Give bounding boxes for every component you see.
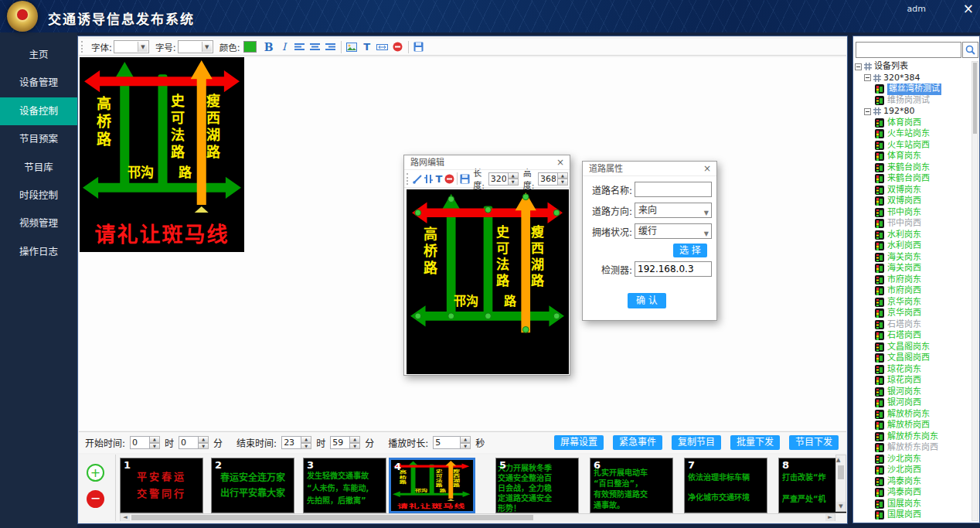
spin-down-icon[interactable]: ▼ (301, 443, 311, 450)
tree-device-row[interactable]: 来鹤台岗东 (855, 162, 971, 174)
tree-device-row[interactable]: 来鹤台岗西 (855, 173, 971, 185)
tree-device-row[interactable]: 解放桥东岗西 (855, 442, 971, 454)
delete-stop-icon[interactable] (390, 40, 406, 54)
editor-canvas[interactable]: 高桥路 史可法路 瘦西湖路 邗沟 路 (407, 189, 569, 374)
tree-device-row[interactable]: 解放桥东岗东 (855, 431, 971, 443)
collapse-icon[interactable] (864, 108, 871, 115)
tree-device-row[interactable]: 海关岗东 (855, 252, 971, 264)
tree-device-row[interactable]: 双博岗西 (855, 196, 971, 207)
scrollbar-thumb[interactable] (838, 465, 844, 479)
tree-device-row[interactable]: 鸿泰岗东 (855, 476, 971, 488)
height-down-icon[interactable]: ▼ (558, 179, 568, 186)
spin-up-icon[interactable]: ▲ (350, 436, 360, 443)
sidebar-item-device-control[interactable]: 设备控制 (0, 97, 77, 125)
italic-icon[interactable]: I (277, 40, 292, 54)
thumbnail-5[interactable]: 5 大力开展秋冬季 交通安全整治百 日会战，全力稳 定道路交通安全 形势！ (495, 458, 579, 513)
tree-device-row[interactable]: 石塔岗东 (855, 319, 971, 331)
tree-device-row[interactable]: 京华岗西 (855, 308, 971, 319)
thumbnail-vertical-scrollbar[interactable]: ▲ ▼ (835, 455, 846, 512)
tree-device-row[interactable]: 鸿泰岗西 (855, 487, 971, 499)
select-detector-button[interactable]: 选 择 (673, 244, 707, 257)
tree-group-row[interactable]: 320*384 (855, 73, 971, 84)
tree-device-row[interactable]: 解放桥岗东 (855, 409, 971, 421)
tree-root-row[interactable]: 设备列表 (855, 61, 971, 73)
emergency-event-button[interactable]: 紧急事件 (613, 435, 662, 450)
tree-device-row[interactable]: 石塔岗西 (855, 330, 971, 342)
thumbnail-3[interactable]: 3 发生轻微交通事故 “人未伤，车能动, 先拍照，后撤离” (303, 458, 386, 513)
editor-close-icon[interactable]: × (556, 155, 564, 170)
tree-device-row[interactable]: 邗中岗西 (855, 218, 971, 230)
save-icon[interactable] (411, 40, 427, 54)
thumbnail-horizontal-scrollbar[interactable]: ◄ ► (120, 513, 835, 521)
tree-device-row[interactable]: 银河岗西 (855, 397, 971, 409)
tree-device-row[interactable]: 琼花岗东 (855, 364, 971, 376)
congestion-select[interactable]: 缓行▼ (635, 223, 712, 239)
tree-scrollbar[interactable] (971, 61, 978, 521)
collapse-icon[interactable] (864, 74, 871, 81)
color-swatch[interactable] (243, 41, 257, 53)
thumbnail-7[interactable]: 7 依法治理非标车辆 净化城市交通环境 (684, 458, 767, 513)
align-center-icon[interactable] (308, 40, 323, 54)
scroll-left-icon[interactable]: ◄ (121, 514, 130, 521)
tree-device-row[interactable]: 文昌阁岗东 (855, 342, 971, 353)
align-right-icon[interactable] (323, 40, 339, 54)
tree-device-row[interactable]: 邗中岗东 (855, 207, 971, 219)
tree-device-row[interactable]: 文昌阁岗西 (855, 353, 971, 364)
sidebar-item-video-mgmt[interactable]: 视频管理 (0, 209, 77, 237)
tree-device-row[interactable]: 体育岗东 (855, 151, 971, 162)
device-search-input[interactable] (856, 42, 961, 58)
sidebar-item-home[interactable]: 主页 (0, 41, 77, 69)
tree-device-row[interactable]: 维扬岗测试 (855, 95, 971, 107)
font-select[interactable]: ▼ (114, 40, 149, 53)
road-name-input[interactable] (635, 182, 712, 197)
spin-up-icon[interactable]: ▲ (199, 436, 209, 443)
duration-input[interactable] (433, 436, 461, 449)
tree-device-row[interactable]: 市府岗东 (855, 274, 971, 286)
tree-device-row[interactable]: 体育岗西 (855, 118, 971, 129)
scroll-down-icon[interactable]: ▼ (836, 502, 846, 511)
tree-device-row[interactable]: 解放桥岗西 (855, 420, 971, 431)
height-input[interactable] (538, 172, 558, 186)
thumbnail-1[interactable]: 1 平安春运 交警同行 (120, 458, 203, 513)
tree-device-row[interactable]: 火车站岗东 (855, 128, 971, 140)
road-direction-select[interactable]: 来向▼ (635, 203, 712, 218)
properties-close-icon[interactable]: × (703, 162, 711, 176)
spin-up-icon[interactable]: ▲ (301, 436, 311, 443)
draw-road-icon[interactable] (413, 172, 424, 186)
text-tool-icon[interactable]: T (359, 40, 375, 54)
height-up-icon[interactable]: ▲ (558, 172, 568, 179)
tree-device-row[interactable]: 双博岗东 (855, 185, 971, 196)
editor-text-tool-icon[interactable]: T (434, 172, 444, 186)
font-size-select[interactable]: ▼ (178, 40, 213, 53)
bold-icon[interactable]: B (261, 40, 277, 54)
thumbnail-2[interactable]: 2 春运安全连万家 出行平安靠大家 (211, 458, 294, 513)
tree-device-row[interactable]: 琼花岗西 (855, 375, 971, 387)
window-close-icon[interactable]: × (963, 1, 974, 16)
image-icon[interactable] (344, 40, 359, 54)
sidebar-item-program-library[interactable]: 节目库 (0, 154, 77, 182)
length-up-icon[interactable]: ▲ (509, 172, 519, 179)
detector-input[interactable] (635, 261, 712, 277)
tree-device-row[interactable]: 国展岗西 (855, 509, 971, 521)
tree-device-row[interactable]: 海关岗西 (855, 263, 971, 274)
scrollbar-thumb[interactable] (131, 515, 533, 520)
program-canvas[interactable]: 高桥路 史可法路 瘦西湖路 邗沟 路 请礼让斑马线 路网编辑 × T 长度: (79, 57, 846, 431)
spin-down-icon[interactable]: ▼ (199, 443, 209, 450)
spin-up-icon[interactable]: ▲ (461, 436, 471, 443)
spin-down-icon[interactable]: ▼ (461, 443, 471, 450)
batch-send-button[interactable]: 批量下发 (730, 435, 780, 450)
remove-page-icon[interactable]: − (87, 490, 104, 508)
editor-delete-icon[interactable] (444, 172, 455, 186)
align-left-icon[interactable] (292, 40, 308, 54)
tree-device-row[interactable]: 水利岗西 (855, 240, 971, 252)
confirm-button[interactable]: 确 认 (628, 293, 666, 308)
sidebar-item-operation-log[interactable]: 操作日志 (0, 238, 77, 266)
spin-down-icon[interactable]: ▼ (350, 443, 360, 450)
scroll-up-icon[interactable]: ▲ (836, 457, 840, 463)
tree-device-row[interactable]: 京华岗东 (855, 297, 971, 308)
start-minute-input[interactable] (179, 436, 199, 449)
end-minute-input[interactable] (330, 436, 350, 449)
crossing-icon[interactable] (424, 172, 434, 186)
spin-up-icon[interactable]: ▲ (150, 436, 160, 443)
tree-device-row[interactable]: 银河岗东 (855, 387, 971, 398)
